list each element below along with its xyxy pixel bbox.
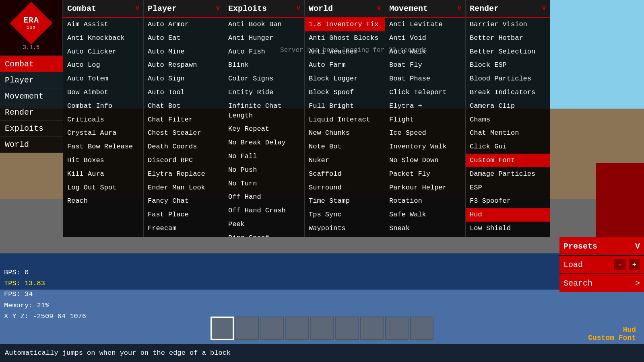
list-item[interactable]: Auto Tool — [144, 86, 224, 99]
list-item[interactable]: No Turn — [224, 177, 304, 191]
search-row[interactable]: Search > — [559, 274, 644, 292]
list-item[interactable]: Infinite Chat Length — [224, 99, 304, 123]
list-item[interactable]: Chest Stealer — [144, 126, 224, 140]
list-item[interactable]: Note Bot — [305, 140, 385, 154]
list-item[interactable]: Fast Bow Release — [63, 140, 143, 154]
world-header[interactable]: World V — [305, 0, 385, 18]
list-item[interactable]: Damage Particles — [466, 167, 550, 181]
list-item[interactable]: Key Repeat — [224, 122, 304, 136]
list-item[interactable]: Flight — [385, 113, 465, 127]
list-item[interactable]: Auto Sign — [144, 72, 224, 86]
list-item[interactable]: IRC — [144, 235, 224, 237]
list-item[interactable]: Name Tags — [466, 235, 550, 237]
list-item[interactable]: Tps Sync — [305, 208, 385, 222]
list-item[interactable]: Fancy Chat — [144, 194, 224, 208]
presets-header[interactable]: Presets V — [559, 237, 644, 255]
list-item[interactable]: Low Shield — [466, 222, 550, 235]
list-item[interactable]: Auto Respawn — [144, 58, 224, 72]
sidebar-item-exploits[interactable]: Exploits — [0, 121, 63, 137]
list-item[interactable]: Ender Man Look — [144, 181, 224, 195]
list-item[interactable]: Fast Place — [144, 208, 224, 222]
list-item[interactable]: Inventory Walk — [385, 140, 465, 154]
list-item[interactable]: Anti Hunger — [224, 31, 304, 45]
movement-header[interactable]: Movement V — [385, 0, 465, 18]
list-item[interactable]: Anti Weather — [305, 45, 385, 59]
list-item[interactable]: Barrier Vision — [466, 18, 550, 31]
list-item[interactable]: Anti Knockback — [63, 31, 143, 45]
list-item[interactable]: Freecam — [144, 222, 224, 235]
list-item[interactable]: Scaffold — [305, 167, 385, 181]
list-item[interactable]: No Break Delay — [224, 136, 304, 150]
load-row[interactable]: Load - + — [559, 256, 644, 274]
list-item[interactable]: Criticals — [63, 113, 143, 127]
list-item[interactable]: Break Indicators — [466, 86, 550, 99]
list-item[interactable]: Discord RPC — [144, 154, 224, 167]
list-item[interactable]: Full Bright — [305, 99, 385, 113]
load-plus-button[interactable]: + — [629, 259, 640, 270]
list-item[interactable]: Better Selection — [466, 45, 550, 59]
list-item[interactable]: Auto Clicker — [63, 45, 143, 59]
list-item[interactable]: Chat Bot — [144, 99, 224, 113]
list-item[interactable]: Liquid Interact — [305, 113, 385, 127]
list-item[interactable]: Anti Book Ban — [224, 18, 304, 31]
list-item[interactable]: Crystal Aura — [63, 126, 143, 140]
list-item[interactable]: Block Logger — [305, 72, 385, 86]
list-item[interactable]: Off Hand — [224, 190, 304, 204]
list-item[interactable]: Parkour Helper — [385, 181, 465, 195]
list-item[interactable]: F3 Spoofer — [466, 194, 550, 208]
list-item[interactable]: Auto Totem — [63, 72, 143, 86]
list-item[interactable]: Anti Levitate — [385, 18, 465, 31]
list-item[interactable]: Death Coords — [144, 140, 224, 154]
list-item[interactable]: Anti Ghost Blocks — [305, 31, 385, 45]
list-item[interactable]: Time Stamp — [305, 194, 385, 208]
list-item[interactable]: Click Teleport — [385, 86, 465, 99]
list-item[interactable]: Waypoints — [305, 222, 385, 235]
list-item[interactable]: Kill Aura — [63, 167, 143, 181]
list-item[interactable]: Log Out Spot — [63, 181, 143, 195]
sidebar-item-player[interactable]: Player — [0, 72, 63, 88]
list-item[interactable]: Blood Particles — [466, 72, 550, 86]
list-item[interactable]: No Slow Down — [385, 154, 465, 167]
list-item[interactable]: ESP — [466, 181, 550, 195]
list-item[interactable]: Auto Log — [63, 58, 143, 72]
list-item[interactable]: Anti Void — [385, 31, 465, 45]
list-item[interactable]: Combat Info — [63, 99, 143, 113]
list-item[interactable]: Elytra + — [385, 99, 465, 113]
list-item[interactable]: Packet Fly — [385, 167, 465, 181]
list-item[interactable]: New Chunks — [305, 126, 385, 140]
list-item[interactable]: Boat Phase — [385, 72, 465, 86]
list-item[interactable]: Boat Fly — [385, 58, 465, 72]
list-item[interactable]: 1.8 Inventory Fix — [305, 18, 385, 31]
list-item[interactable]: Block Spoof — [305, 86, 385, 99]
list-item[interactable]: Auto Mine — [144, 45, 224, 59]
list-item-custom-font[interactable]: Custom Font — [466, 154, 550, 167]
render-header[interactable]: Render V — [466, 0, 550, 18]
list-item[interactable]: Rotation — [385, 194, 465, 208]
list-item[interactable]: Surround — [305, 181, 385, 195]
list-item[interactable]: Elytra Replace — [144, 167, 224, 181]
sidebar-item-render[interactable]: Render — [0, 105, 63, 121]
player-header[interactable]: Player V — [144, 0, 224, 18]
list-item[interactable]: Auto Farm — [305, 58, 385, 72]
list-item[interactable]: Auto Armor — [144, 18, 224, 31]
list-item[interactable]: Aim Assist — [63, 18, 143, 31]
list-item[interactable]: Blink — [224, 58, 304, 72]
list-item[interactable]: Ping Spoof — [224, 231, 304, 237]
list-item[interactable]: Nuker — [305, 154, 385, 167]
list-item[interactable]: Color Signs — [224, 72, 304, 86]
load-minus-button[interactable]: - — [614, 259, 625, 270]
list-item[interactable]: Reach — [63, 194, 143, 208]
list-item-hud[interactable]: Hud — [466, 208, 550, 222]
list-item[interactable]: Block ESP — [466, 58, 550, 72]
list-item[interactable]: Speed — [385, 235, 465, 237]
list-item[interactable]: Sneak — [385, 222, 465, 235]
sidebar-item-world[interactable]: World — [0, 137, 63, 153]
list-item[interactable]: Ice Speed — [385, 126, 465, 140]
sidebar-item-movement[interactable]: Movement — [0, 88, 63, 105]
list-item[interactable]: Off Hand Crash — [224, 204, 304, 218]
list-item[interactable]: Chat Filter — [144, 113, 224, 127]
list-item[interactable]: No Fall — [224, 150, 304, 163]
list-item[interactable]: Auto Fish — [224, 45, 304, 59]
list-item[interactable]: Entity Ride — [224, 86, 304, 99]
exploits-header[interactable]: Exploits V — [224, 0, 304, 18]
